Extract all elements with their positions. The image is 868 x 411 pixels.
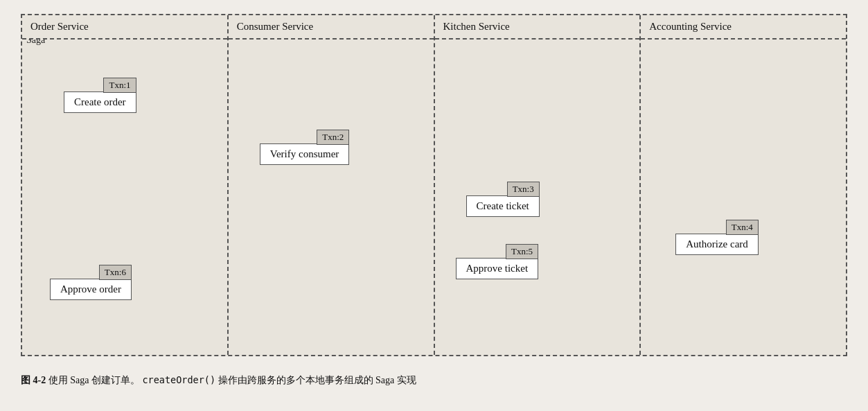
txn-badge-txn6: Txn:6 xyxy=(99,265,132,280)
txn-badge-txn4: Txn:4 xyxy=(726,220,759,235)
fig-label: 图 4-2 xyxy=(21,375,46,385)
caption-code: createOrder() xyxy=(142,374,215,385)
txn-action-txn4: Authorize card xyxy=(675,234,759,255)
txn-action-txn3: Create ticket xyxy=(466,195,540,217)
txn-block-txn5: Txn:5Approve ticket xyxy=(456,244,539,279)
caption-text1: 使用 Saga 创建订单。 xyxy=(48,375,140,385)
txn-badge-txn3: Txn:3 xyxy=(507,182,540,197)
txn-block-txn1: Txn:1Create order xyxy=(64,78,136,113)
txn-action-txn1: Create order xyxy=(64,91,136,113)
txn-action-txn6: Approve order xyxy=(50,279,132,300)
caption-text2: 操作由跨服务的多个本地事务组成的 Saga 实现 xyxy=(218,375,416,385)
txn-block-txn2: Txn:2Verify consumer xyxy=(260,130,350,165)
txn-block-txn3: Txn:3Create ticket xyxy=(466,182,540,217)
service-column-order-service: Order ServiceTxn:1Create orderTxn:6Appro… xyxy=(22,15,229,355)
txn-action-txn5: Approve ticket xyxy=(456,258,539,279)
txn-badge-txn1: Txn:1 xyxy=(103,78,136,93)
service-header-accounting-service: Accounting Service xyxy=(641,15,846,40)
service-header-kitchen-service: Kitchen Service xyxy=(435,15,640,40)
txn-block-txn6: Txn:6Approve order xyxy=(50,265,132,300)
txn-badge-txn2: Txn:2 xyxy=(317,130,349,145)
saga-diagram: Saga Order ServiceTxn:1Create orderTxn:6… xyxy=(21,14,847,356)
service-header-order-service: Order Service xyxy=(22,15,227,40)
service-header-consumer-service: Consumer Service xyxy=(229,15,434,40)
figure-caption: 图 4-2 使用 Saga 创建订单。 createOrder() 操作由跨服务… xyxy=(21,373,847,388)
service-column-accounting-service: Accounting ServiceTxn:4Authorize card xyxy=(641,15,846,355)
service-column-kitchen-service: Kitchen ServiceTxn:3Create ticketTxn:5Ap… xyxy=(435,15,641,355)
txn-badge-txn5: Txn:5 xyxy=(506,244,538,259)
service-column-consumer-service: Consumer ServiceTxn:2Verify consumer xyxy=(229,15,435,355)
txn-action-txn2: Verify consumer xyxy=(260,143,350,165)
txn-block-txn4: Txn:4Authorize card xyxy=(675,220,759,255)
